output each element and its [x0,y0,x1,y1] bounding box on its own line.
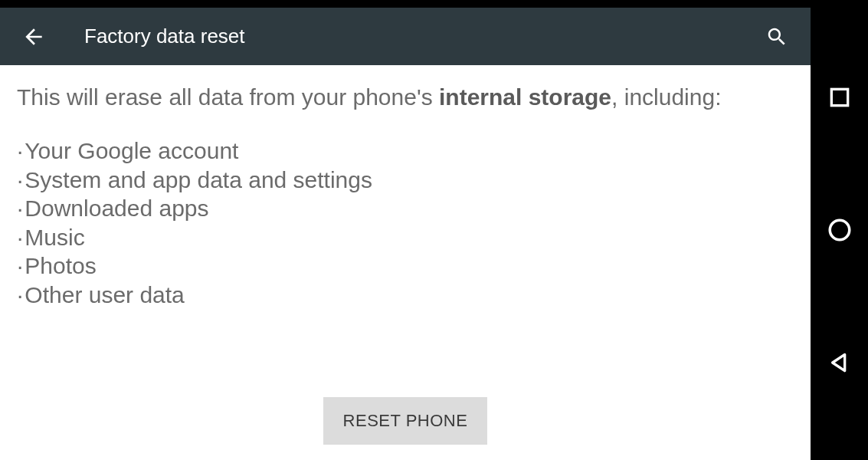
reset-button-container: RESET PHONE [0,397,811,460]
search-button[interactable] [758,18,795,55]
content-area: This will erase all data from your phone… [0,65,811,397]
triangle-back-icon [827,350,852,375]
navigation-bar [811,0,868,460]
intro-text: This will erase all data from your phone… [17,82,794,112]
intro-bold: internal storage [439,84,611,110]
status-bar [0,0,811,8]
main-screen: Factory data reset This will erase all d… [0,0,811,460]
erase-list: Your Google account System and app data … [17,136,794,309]
list-item: Photos [17,251,794,281]
page-title: Factory data reset [84,25,758,48]
back-arrow-icon [21,25,46,49]
intro-prefix: This will erase all data from your phone… [17,84,439,110]
list-item: Music [17,223,794,252]
reset-phone-button[interactable]: RESET PHONE [323,397,488,445]
svg-point-1 [830,220,850,240]
recent-apps-button[interactable] [821,78,859,117]
app-header: Factory data reset [0,8,811,65]
list-item: System and app data and settings [17,166,794,195]
search-icon [765,25,788,48]
list-item: Your Google account [17,136,794,166]
circle-icon [827,217,853,243]
svg-rect-0 [831,89,847,105]
back-button[interactable] [15,18,52,55]
intro-suffix: , including: [611,84,721,110]
square-icon [827,85,852,110]
list-item: Downloaded apps [17,194,794,223]
home-button[interactable] [821,211,859,249]
nav-back-button[interactable] [821,343,859,382]
list-item: Other user data [17,281,794,310]
